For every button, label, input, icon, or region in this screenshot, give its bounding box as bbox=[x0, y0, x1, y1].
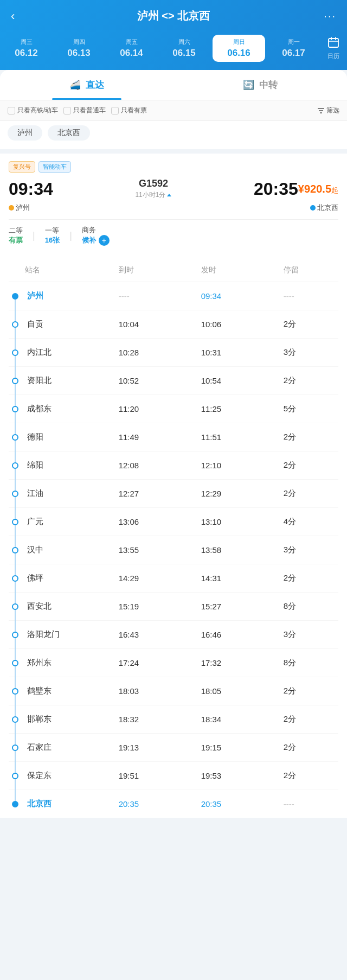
date-sat[interactable]: 周六 06.15 bbox=[158, 35, 210, 62]
stop-name-label: 石家庄 bbox=[27, 742, 52, 753]
stop-arrive-time: 11:20 bbox=[119, 404, 201, 413]
stop-arrive-time: 13:55 bbox=[119, 545, 201, 555]
stop-name-cell: 石家庄 bbox=[9, 742, 119, 753]
date-wed[interactable]: 周三 06.12 bbox=[0, 35, 53, 62]
stop-duration: 3分 bbox=[284, 629, 338, 640]
filter-normal[interactable]: 只看普通车 bbox=[63, 106, 106, 115]
more-button[interactable]: ··· bbox=[317, 10, 336, 22]
svg-rect-0 bbox=[329, 39, 338, 47]
timeline-dot bbox=[11, 575, 20, 582]
train-duration: 11小时1分 bbox=[135, 190, 171, 200]
stop-name-label: 成都东 bbox=[27, 404, 52, 414]
mid-dot bbox=[12, 716, 18, 723]
screen-button[interactable]: 筛选 bbox=[317, 106, 339, 115]
stop-name-cell: 西安北 bbox=[9, 601, 119, 612]
date-thu[interactable]: 周四 06.13 bbox=[53, 35, 105, 62]
timeline-dot bbox=[11, 519, 20, 525]
depart-time: 09:34 bbox=[9, 179, 53, 199]
start-dot bbox=[12, 293, 18, 300]
table-row: 鹤壁东 18:03 18:05 2分 bbox=[9, 677, 338, 705]
seat-row: 二等 有票 | 一等 16张 | 商务 候补 + bbox=[9, 219, 338, 251]
stop-name-label: 北京西 bbox=[27, 799, 52, 809]
stop-arrive-time: 15:19 bbox=[119, 602, 201, 611]
table-row: 洛阳龙门 16:43 16:46 3分 bbox=[9, 621, 338, 649]
stop-duration: 2分 bbox=[284, 714, 338, 724]
mid-dot bbox=[12, 547, 18, 553]
mid-dot bbox=[12, 491, 18, 497]
stop-name-cell: 内江北 bbox=[9, 347, 119, 358]
stop-name-label: 西安北 bbox=[27, 601, 52, 612]
table-row: 保定东 19:51 19:53 2分 bbox=[9, 762, 338, 790]
stop-duration: 2分 bbox=[284, 319, 338, 329]
stop-arrive-time: 14:29 bbox=[119, 574, 201, 583]
table-row: 江油 12:27 12:29 2分 bbox=[9, 480, 338, 508]
filter-available[interactable]: 只看有票 bbox=[111, 106, 147, 115]
stop-arrive-time: ---- bbox=[119, 291, 201, 301]
seat-second: 二等 有票 bbox=[9, 226, 23, 245]
stop-arrive-time: 20:35 bbox=[119, 799, 201, 809]
stop-depart-time: 17:32 bbox=[201, 658, 284, 667]
stop-duration: 2分 bbox=[284, 686, 338, 696]
stop-list: 站名 到时 发时 停留 泸州 ---- 09:34 ---- 自贡 10:04 bbox=[0, 259, 347, 818]
stop-name-cell: 泸州 bbox=[9, 291, 119, 301]
stop-depart-time: 14:31 bbox=[201, 574, 284, 583]
stop-name-label: 德阳 bbox=[27, 432, 43, 442]
stop-depart-time: 11:25 bbox=[201, 404, 284, 413]
checkbox-available[interactable] bbox=[111, 107, 119, 114]
stop-arrive-time: 17:24 bbox=[119, 658, 201, 667]
table-row: 资阳北 10:52 10:54 2分 bbox=[9, 367, 338, 395]
table-row: 自贡 10:04 10:06 2分 bbox=[9, 310, 338, 339]
calendar-button[interactable]: 日历 bbox=[320, 34, 347, 62]
stop-depart-time: 12:29 bbox=[201, 489, 284, 498]
tab-direct[interactable]: 🚄 直达 bbox=[0, 70, 174, 100]
table-row: 石家庄 19:13 19:15 2分 bbox=[9, 734, 338, 762]
filter-highspeed[interactable]: 只看高铁/动车 bbox=[8, 106, 58, 115]
date-sun[interactable]: 周日 06.16 bbox=[213, 35, 265, 62]
stop-name-label: 江油 bbox=[27, 488, 43, 499]
stop-name-label: 绵阳 bbox=[27, 460, 43, 470]
stop-name-cell: 汉中 bbox=[9, 545, 119, 555]
mid-dot bbox=[12, 773, 18, 779]
stop-duration: 2分 bbox=[284, 771, 338, 781]
table-row: 汉中 13:55 13:58 3分 bbox=[9, 536, 338, 564]
calendar-icon bbox=[322, 36, 345, 51]
table-row: 郑州东 17:24 17:32 8分 bbox=[9, 649, 338, 677]
stop-list-header: 站名 到时 发时 停留 bbox=[9, 259, 338, 282]
stop-name-label: 广元 bbox=[27, 517, 43, 527]
timeline-dot bbox=[11, 462, 20, 469]
stop-arrive-time: 10:52 bbox=[119, 376, 201, 385]
table-row: 西安北 15:19 15:27 8分 bbox=[9, 593, 338, 621]
table-row: 绵阳 12:08 12:10 2分 bbox=[9, 451, 338, 480]
date-mon[interactable]: 周一 06.17 bbox=[267, 35, 320, 62]
stop-depart-time: 13:10 bbox=[201, 517, 284, 526]
to-station-pill[interactable]: 北京西 bbox=[48, 125, 90, 141]
back-button[interactable]: ‹ bbox=[11, 9, 30, 23]
timeline-dot bbox=[11, 378, 20, 384]
timeline-dot bbox=[11, 491, 20, 497]
mid-dot bbox=[12, 434, 18, 441]
seat-sep-1: | bbox=[33, 230, 35, 241]
transfer-icon: 🔄 bbox=[243, 80, 254, 90]
timeline-dot bbox=[11, 321, 20, 328]
stop-arrive-time: 18:03 bbox=[119, 686, 201, 696]
seat-business: 商务 候补 + bbox=[82, 225, 110, 246]
checkbox-highspeed[interactable] bbox=[8, 107, 15, 114]
stop-duration: 3分 bbox=[284, 545, 338, 555]
stop-arrive-time: 12:08 bbox=[119, 461, 201, 470]
mid-dot bbox=[12, 462, 18, 469]
train-card: 复兴号 智能动车 09:34 G1592 11小时1分 20:35 ¥920.5… bbox=[0, 149, 347, 259]
seat-plus-button[interactable]: + bbox=[99, 235, 110, 246]
stop-duration: 2分 bbox=[284, 460, 338, 470]
stop-depart-time: 18:05 bbox=[201, 686, 284, 696]
stop-duration: 2分 bbox=[284, 432, 338, 442]
stop-name-cell: 郑州东 bbox=[9, 658, 119, 668]
checkbox-normal[interactable] bbox=[63, 107, 71, 114]
tab-transfer[interactable]: 🔄 中转 bbox=[174, 70, 347, 100]
from-station-pill[interactable]: 泸州 bbox=[8, 125, 42, 141]
stop-name-cell: 绵阳 bbox=[9, 460, 119, 470]
table-row: 成都东 11:20 11:25 5分 bbox=[9, 395, 338, 423]
tabs: 🚄 直达 🔄 中转 bbox=[0, 70, 347, 100]
station-row: 泸州 北京西 bbox=[0, 121, 347, 145]
mid-dot bbox=[12, 321, 18, 328]
date-fri[interactable]: 周五 06.14 bbox=[105, 35, 158, 62]
